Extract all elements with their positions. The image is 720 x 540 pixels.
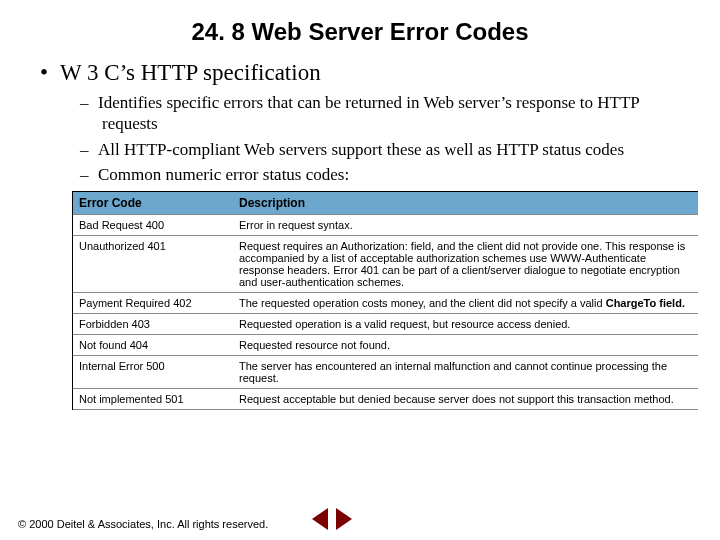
bullet-lvl2: –All HTTP-compliant Web servers support … (40, 139, 680, 160)
bullet-lvl1: •W 3 C’s HTTP specification (40, 60, 680, 86)
next-slide-icon[interactable] (336, 508, 352, 530)
error-code-table: Error Code Description Bad Request 400 E… (72, 191, 698, 410)
table-row: Forbidden 403 Requested operation is a v… (73, 314, 698, 335)
table-row: Bad Request 400 Error in request syntax. (73, 215, 698, 236)
table-row: Payment Required 402 The requested opera… (73, 293, 698, 314)
table-row: Unauthorized 401 Request requires an Aut… (73, 236, 698, 293)
slide-title: 24. 8 Web Server Error Codes (0, 0, 720, 46)
prev-slide-icon[interactable] (312, 508, 328, 530)
table-header-row: Error Code Description (73, 192, 698, 215)
bullet-lvl2: –Common numeric error status codes: (40, 164, 680, 185)
table-row: Not implemented 501 Request acceptable b… (73, 389, 698, 410)
table-row: Internal Error 500 The server has encoun… (73, 356, 698, 389)
header-error-code: Error Code (73, 192, 233, 214)
copyright-footer: © 2000 Deitel & Associates, Inc. All rig… (18, 518, 268, 530)
header-description: Description (233, 192, 698, 214)
bullet-lvl1-text: W 3 C’s HTTP specification (60, 60, 321, 85)
bullet-lvl2: –Identifies specific errors that can be … (40, 92, 680, 135)
table-row: Not found 404 Requested resource not fou… (73, 335, 698, 356)
